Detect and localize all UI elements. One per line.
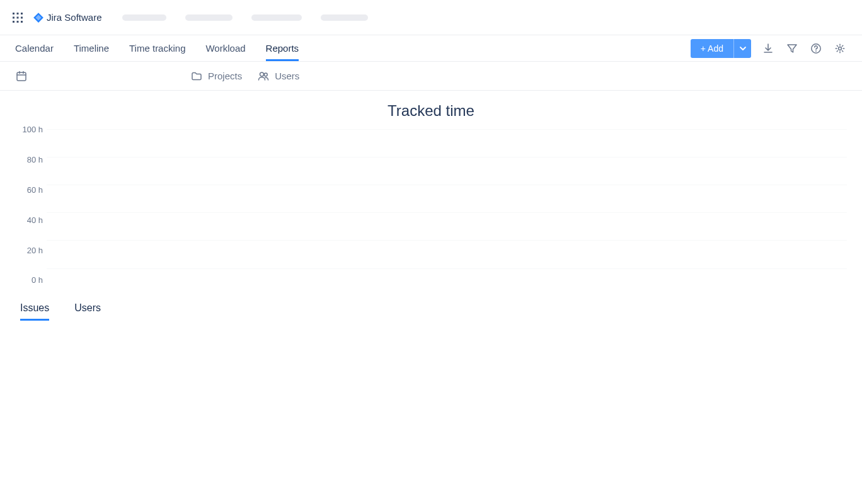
- svg-rect-5: [21, 16, 23, 18]
- folder-icon: [190, 70, 203, 83]
- chart-title: Tracked time: [0, 102, 862, 120]
- nav-placeholder: [251, 14, 302, 21]
- gear-icon: [834, 43, 846, 54]
- svg-rect-12: [17, 72, 26, 81]
- tab-actions: + Add: [691, 39, 847, 58]
- tab-calendar[interactable]: Calendar: [15, 35, 54, 61]
- add-button[interactable]: + Add: [691, 39, 733, 58]
- app-bar: Jira Software: [0, 0, 862, 35]
- svg-rect-8: [21, 21, 23, 23]
- download-button[interactable]: [761, 42, 775, 55]
- chart-y-axis: 100 h 80 h 60 h 40 h 20 h 0 h: [11, 126, 43, 290]
- svg-point-11: [839, 47, 842, 50]
- y-tick: 80 h: [11, 155, 43, 164]
- users-filter[interactable]: Users: [257, 70, 299, 83]
- filter-row: Projects Users: [0, 62, 862, 91]
- svg-rect-6: [13, 21, 14, 23]
- download-icon: [762, 43, 774, 54]
- subtab-users[interactable]: Users: [74, 302, 101, 321]
- svg-rect-7: [17, 21, 19, 23]
- y-tick: 60 h: [11, 185, 43, 194]
- jira-logo-icon: [33, 12, 44, 23]
- jira-logo[interactable]: Jira Software: [33, 12, 102, 23]
- subtab-issues[interactable]: Issues: [20, 302, 49, 321]
- add-dropdown-button[interactable]: [733, 39, 751, 58]
- filter-icon: [786, 43, 798, 54]
- app-switcher-icon[interactable]: [10, 10, 25, 25]
- product-name: Jira Software: [47, 12, 102, 23]
- help-icon: [810, 43, 822, 54]
- svg-point-13: [260, 72, 264, 76]
- help-button[interactable]: [809, 42, 823, 55]
- svg-point-10: [815, 50, 817, 52]
- svg-point-14: [265, 73, 268, 76]
- projects-filter-label: Projects: [208, 71, 242, 81]
- tracked-time-chart: 100 h 80 h 60 h 40 h 20 h 0 h: [0, 126, 862, 290]
- svg-rect-4: [17, 16, 19, 18]
- tab-workload[interactable]: Workload: [205, 35, 245, 61]
- chart-plot-area: [47, 126, 847, 277]
- main-tabs: Calendar Timeline Time tracking Workload…: [15, 35, 299, 61]
- date-picker-button[interactable]: [15, 70, 28, 83]
- tab-timeline[interactable]: Timeline: [74, 35, 109, 61]
- nav-placeholder: [122, 14, 166, 21]
- svg-rect-1: [17, 13, 19, 14]
- sub-tabs: Issues Users: [0, 302, 862, 321]
- users-filter-label: Users: [275, 71, 299, 81]
- main-tabs-row: Calendar Timeline Time tracking Workload…: [0, 35, 862, 62]
- chevron-down-icon: [739, 45, 747, 52]
- y-tick: 40 h: [11, 215, 43, 224]
- svg-rect-0: [13, 13, 14, 14]
- y-tick: 20 h: [11, 245, 43, 255]
- filter-button[interactable]: [785, 42, 799, 55]
- svg-rect-3: [13, 16, 14, 18]
- svg-rect-2: [21, 13, 23, 14]
- nav-placeholder: [321, 14, 368, 21]
- add-button-group: + Add: [691, 39, 751, 58]
- nav-placeholder: [185, 14, 233, 21]
- projects-filter[interactable]: Projects: [190, 70, 242, 83]
- tab-time-tracking[interactable]: Time tracking: [129, 35, 185, 61]
- y-tick: 0 h: [11, 275, 43, 285]
- users-icon: [257, 70, 270, 83]
- y-tick: 100 h: [11, 125, 43, 134]
- tab-reports[interactable]: Reports: [266, 35, 299, 61]
- calendar-icon: [15, 70, 28, 83]
- settings-button[interactable]: [833, 42, 847, 55]
